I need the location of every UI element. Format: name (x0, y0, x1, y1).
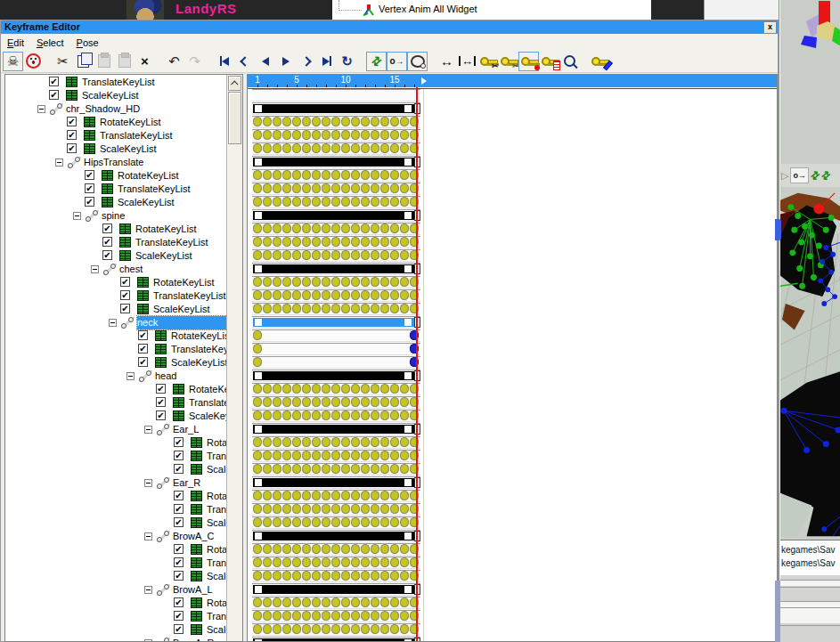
keyframe[interactable] (282, 304, 291, 313)
keyframe[interactable] (322, 451, 330, 460)
keyframe[interactable] (282, 571, 291, 581)
playhead-line[interactable] (416, 87, 418, 641)
keyframe[interactable] (253, 290, 262, 300)
expand-collapse-icon[interactable] (144, 532, 152, 540)
keyframe[interactable] (361, 437, 370, 447)
keyframe[interactable] (351, 170, 360, 180)
keyframe[interactable] (351, 517, 360, 527)
keyframe[interactable] (341, 491, 350, 500)
tree-keylist-scalekeylist[interactable]: ✔ScaleKeyList (5, 463, 227, 476)
keyframe[interactable] (253, 464, 262, 474)
keyframe[interactable] (331, 170, 340, 180)
keyframe[interactable] (341, 223, 350, 233)
keyframe[interactable] (282, 624, 291, 634)
tree-bone-browa_l[interactable]: BrowA_L (5, 583, 227, 597)
keyframe[interactable] (361, 183, 370, 193)
keyframe[interactable] (292, 237, 301, 247)
keyframe[interactable] (331, 491, 340, 500)
keyframe[interactable] (263, 223, 272, 233)
keyframe[interactable] (282, 544, 291, 554)
mute-checkbox[interactable]: ✔ (174, 437, 183, 447)
keyframe[interactable] (400, 491, 409, 500)
tree-keylist-rotatekeylist[interactable]: ✔RotateKeyList (5, 490, 227, 503)
move-keys-tool-icon[interactable]: ⇄ (366, 52, 387, 71)
keyframe[interactable] (341, 557, 350, 567)
tree-keylist-translatekeylist[interactable]: ✔TranslateKeyList (5, 557, 227, 570)
loop-playback-icon[interactable]: ↻ (337, 52, 357, 71)
keyframe[interactable] (400, 624, 409, 634)
keyframe[interactable] (292, 117, 301, 126)
keyframe[interactable] (302, 170, 311, 180)
keyframe[interactable] (282, 223, 291, 233)
range-bar[interactable] (253, 211, 420, 220)
keyframe[interactable] (341, 571, 350, 581)
keyframe[interactable] (331, 557, 340, 567)
tree-keylist-scalekeylist[interactable]: ✔ScaleKeyList (5, 623, 227, 637)
keylist-label[interactable]: RotateKeyList (171, 329, 227, 343)
mute-checkbox[interactable]: ✔ (174, 504, 183, 514)
keyframe[interactable] (273, 571, 281, 581)
keyframe[interactable] (253, 611, 262, 621)
keyframe[interactable] (371, 451, 379, 460)
track-row-keys[interactable] (252, 557, 420, 569)
keyframe[interactable] (273, 250, 281, 260)
mute-checkbox[interactable]: ✔ (174, 611, 183, 621)
keyframe[interactable] (371, 117, 379, 126)
range-end-handle[interactable] (404, 479, 412, 486)
mute-checkbox[interactable]: ✔ (102, 223, 112, 233)
tree-keylist-translatekeylist[interactable]: ✔TranslateKeyList (5, 450, 227, 463)
keyframe[interactable] (380, 410, 389, 420)
keyframe[interactable] (380, 571, 389, 581)
keyframe[interactable] (253, 357, 262, 367)
keyframe[interactable] (380, 597, 389, 607)
tree-keylist-translatekeylist[interactable]: ✔TranslateKeyList (5, 503, 227, 516)
tree-bone-browa_r[interactable]: BrowA_R (5, 637, 227, 641)
keyframe[interactable] (253, 571, 262, 581)
tree-keylist-scalekeylist[interactable]: ✔ScaleKeyList (5, 570, 227, 583)
keyframe[interactable] (380, 304, 389, 313)
keyframe[interactable] (400, 451, 409, 460)
keyframe[interactable] (380, 464, 389, 474)
keyframe[interactable] (390, 410, 399, 420)
track-row-keys[interactable] (252, 450, 420, 462)
keyframe[interactable] (371, 544, 379, 554)
keyframe[interactable] (351, 557, 360, 567)
keyframe[interactable] (400, 517, 409, 527)
bone-label[interactable]: BrowA_L (173, 583, 213, 597)
keyframe[interactable] (302, 597, 311, 607)
window-titlebar[interactable]: Keyframe Editor (1, 20, 778, 34)
keyframe[interactable] (351, 384, 360, 394)
key-scale-icon[interactable]: ✂ (477, 52, 498, 71)
expand-collapse-icon[interactable] (55, 158, 63, 167)
track-row-keys[interactable] (252, 303, 420, 315)
undo-icon[interactable]: ↶ (164, 52, 184, 71)
track-row-keys[interactable] (252, 490, 420, 502)
keyframe[interactable] (380, 117, 389, 126)
keyframe[interactable] (253, 223, 262, 233)
keyframe[interactable] (253, 143, 262, 153)
keyframe[interactable] (322, 237, 330, 247)
mute-checkbox[interactable]: ✔ (174, 597, 183, 607)
keyframe[interactable] (292, 544, 301, 554)
redo-icon[interactable]: ↷ (184, 52, 205, 71)
keyframe[interactable] (331, 410, 340, 420)
mute-checkbox[interactable]: ✔ (174, 544, 183, 554)
range-start-handle[interactable] (255, 426, 262, 433)
keyframe[interactable] (312, 304, 321, 313)
keyframe[interactable] (312, 437, 321, 447)
expand-collapse-icon[interactable] (144, 479, 152, 487)
tree-keylist-translatekeylist[interactable]: ✔TranslateKeyList (5, 76, 227, 89)
keyframe[interactable] (371, 517, 379, 527)
keyframe[interactable] (322, 277, 330, 287)
keyframe[interactable] (371, 491, 379, 500)
tree-keylist-scalekeylist[interactable]: ✔ScaleKeyList (5, 249, 227, 263)
keylist-label[interactable]: TranslateKeyList (207, 450, 227, 463)
mute-checkbox[interactable]: ✔ (174, 557, 183, 567)
keyframe[interactable] (253, 544, 262, 554)
keyframe[interactable] (292, 557, 301, 567)
keyframe[interactable] (341, 130, 350, 140)
keyframe[interactable] (390, 143, 399, 153)
keyframe[interactable] (351, 397, 360, 407)
track-row-keys[interactable] (252, 196, 420, 208)
keyframe[interactable] (322, 117, 330, 126)
